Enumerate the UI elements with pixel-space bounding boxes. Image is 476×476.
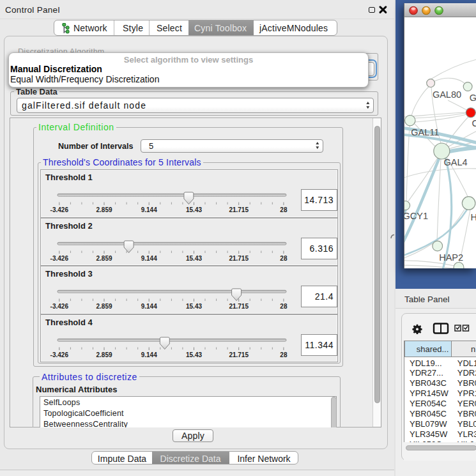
svg-text:-3.426: -3.426	[50, 255, 69, 262]
svg-text:9.144: 9.144	[141, 206, 157, 213]
svg-text:2.859: 2.859	[96, 303, 112, 310]
svg-text:28: 28	[280, 255, 288, 262]
svg-text:9.144: 9.144	[141, 255, 157, 262]
svg-text:GAL80: GAL80	[433, 89, 461, 100]
svg-text:9.144: 9.144	[141, 351, 157, 358]
svg-text:-3.426: -3.426	[50, 351, 69, 358]
svg-text:15.43: 15.43	[186, 303, 202, 310]
svg-text:GAL11: GAL11	[411, 127, 439, 137]
svg-text:21.715: 21.715	[229, 303, 249, 310]
svg-text:HAP2: HAP2	[439, 252, 463, 263]
svg-text:GAL4: GAL4	[444, 157, 468, 167]
svg-text:2.859: 2.859	[96, 206, 112, 213]
svg-text:15.43: 15.43	[186, 255, 202, 262]
svg-text:21.715: 21.715	[229, 351, 249, 358]
svg-text:-3.426: -3.426	[50, 206, 69, 213]
svg-text:-3.426: -3.426	[50, 303, 69, 310]
svg-text:9.144: 9.144	[141, 303, 157, 310]
svg-text:2.859: 2.859	[96, 255, 112, 262]
svg-text:C: C	[472, 118, 476, 128]
svg-text:21.715: 21.715	[229, 206, 249, 213]
svg-text:GCY1: GCY1	[404, 211, 428, 221]
svg-text:2.859: 2.859	[96, 351, 112, 358]
svg-text:28: 28	[280, 206, 288, 213]
svg-text:21.715: 21.715	[229, 255, 249, 262]
svg-text:GA: GA	[470, 93, 476, 103]
svg-text:15.43: 15.43	[186, 351, 202, 358]
svg-text:28: 28	[280, 351, 288, 358]
svg-text:15.43: 15.43	[186, 206, 202, 213]
svg-text:28: 28	[280, 303, 288, 310]
svg-text:H: H	[470, 212, 476, 222]
